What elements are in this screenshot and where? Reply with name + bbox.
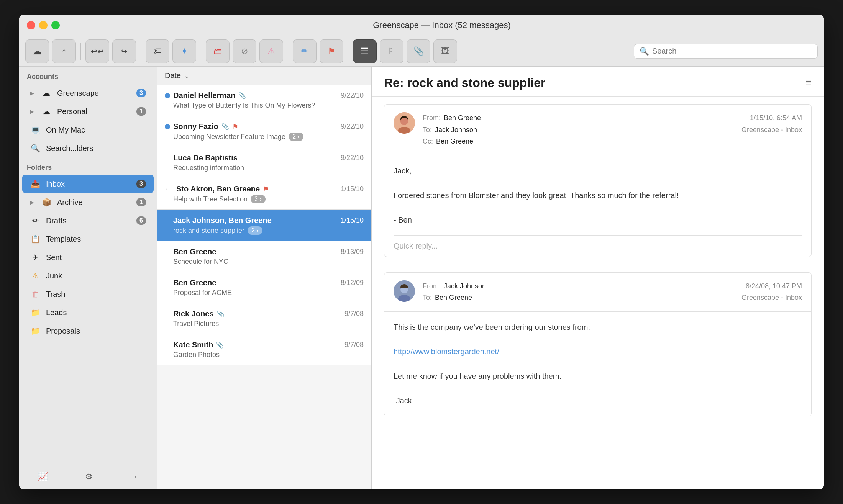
archive-button[interactable]: 🗃 [206,39,230,63]
move-button[interactable]: ✦ [172,39,196,63]
home-button[interactable]: ⌂ [52,39,76,63]
sort-label: Date [165,71,181,80]
search-box[interactable]: 🔍 [634,44,818,59]
block-button[interactable]: ⊘ [233,39,256,63]
flag-view-button[interactable]: ⚐ [380,39,403,63]
email-item[interactable]: ← Sto Akron, Ben Greene ⚑ 1/15/10 Help w… [157,178,371,210]
sidebar-item-personal[interactable]: ▶ ☁ Personal 1 [22,102,154,121]
archive-icon: 🗃 [213,46,222,56]
forward-button[interactable]: ↪ [112,39,136,63]
personal-badge: 1 [136,107,146,116]
home-icon: ⌂ [61,46,67,57]
compose-icon: ✏ [301,46,308,56]
email-item[interactable]: Ben Greene 8/13/09 Schedule for NYC [157,241,371,272]
reply-all-button[interactable]: ↩↩ [85,39,109,63]
separator-3 [201,43,201,60]
upload-icon: ☁ [33,46,42,57]
drafts-icon: ✏ [30,215,41,226]
sidebar-item-greenscape[interactable]: ▶ ☁ Greenscape 3 [22,84,154,102]
sidebar-item-junk[interactable]: ⚠ Junk [22,267,154,285]
junk-icon: ⚠ [30,270,41,281]
search-folders-icon: 🔍 [30,143,41,154]
sidebar-item-sent[interactable]: ✈ Sent [22,248,154,267]
sign-out-button[interactable]: → [127,469,141,485]
personal-label: Personal [57,107,131,116]
sidebar-item-trash[interactable]: 🗑 Trash [22,285,154,303]
attachment-icon: 📎 [221,123,229,130]
minimize-button[interactable] [39,21,48,29]
attach-view-button[interactable]: 📎 [407,39,430,63]
sidebar-item-leads[interactable]: 📁 Leads [22,303,154,322]
svg-point-4 [400,118,408,125]
message-date: 1/15/10, 6:54 AM [741,112,802,124]
email-date: 9/22/10 [341,123,364,131]
attachment-icon: 📎 [216,341,224,349]
flag-icon: ⚑ [232,123,238,131]
email-item[interactable]: Ben Greene 8/12/09 Proposal for ACME [157,272,371,303]
warn-icon: ⚠ [267,46,275,56]
warn-button[interactable]: ⚠ [259,39,283,63]
email-items: Daniel Hellerman 📎 9/22/10 What Type of … [157,85,371,489]
sidebar-item-on-my-mac[interactable]: 💻 On My Mac [22,121,154,139]
message-meta: From:Ben Greene To:Jack Johnson Cc:Ben G… [423,112,802,147]
folders-label: Folders [19,157,157,175]
email-item[interactable]: Daniel Hellerman 📎 9/22/10 What Type of … [157,85,371,116]
email-item[interactable]: Rick Jones 📎 9/7/08 Travel Pictures [157,303,371,334]
sidebar-item-templates[interactable]: 📋 Templates [22,230,154,248]
email-date: 8/13/09 [341,248,364,256]
search-input[interactable] [652,47,812,56]
sidebar-item-proposals[interactable]: 📁 Proposals [22,322,154,340]
email-subject: Upcoming Newsletter Feature Image [173,133,285,141]
email-sender: Ben Greene [173,247,216,256]
sidebar-item-archive[interactable]: ▶ 📦 Archive 1 [22,193,154,211]
drafts-label: Drafts [46,216,131,225]
detail-menu-button[interactable]: ≡ [805,77,812,89]
sidebar-item-drafts[interactable]: ✏ Drafts 6 [22,211,154,230]
close-button[interactable] [27,21,35,29]
leads-icon: 📁 [30,307,41,318]
image-view-button[interactable]: 🖼 [433,39,457,63]
avatar [394,280,415,302]
trash-label: Trash [46,290,146,299]
avatar [394,112,415,134]
email-item[interactable]: Luca De Baptistis 9/22/10 Requesting inf… [157,147,371,178]
list-view-button[interactable]: ☰ [353,39,377,63]
email-sender: Sto Akron, Ben Greene [176,185,260,193]
sort-chevron-icon[interactable]: ⌄ [184,72,190,80]
on-my-mac-label: On My Mac [46,126,146,134]
thread-badge: 2 › [289,133,303,141]
sidebar-item-inbox[interactable]: 📥 Inbox 3 [22,175,154,193]
quick-reply[interactable]: Quick reply... [384,236,811,257]
personal-icon: ☁ [41,106,52,117]
flag-button[interactable]: ⚑ [320,39,343,63]
toolbar: ☁ ⌂ ↩↩ ↪ 🏷 ✦ 🗃 ⊘ ⚠ ✏ [19,36,824,67]
activity-button[interactable]: 📈 [34,469,51,485]
attachment-icon: 📎 [217,310,225,317]
inbox-label: Inbox [46,180,131,188]
search-icon: 🔍 [640,47,649,56]
move-icon: ✦ [181,46,188,56]
email-sender: Sonny Fazio [173,122,218,131]
email-item-selected[interactable]: Jack Johnson, Ben Greene 1/15/10 rock an… [157,210,371,241]
sidebar: Accounts ▶ ☁ Greenscape 3 ▶ ☁ Personal 1… [19,67,157,489]
blomster-link[interactable]: http://www.blomstergarden.net/ [394,347,499,356]
titlebar: Greenscape — Inbox (52 messages) [19,15,824,36]
email-sender: Rick Jones [173,309,214,318]
compose-button[interactable]: ✏ [293,39,317,63]
email-item[interactable]: Sonny Fazio 📎 ⚑ 9/22/10 Upcoming Newslet… [157,116,371,147]
maximize-button[interactable] [51,21,60,29]
reply-all-icon: ↩↩ [91,47,104,56]
upload-button[interactable]: ☁ [25,39,49,63]
message-header: From:Ben Greene To:Jack Johnson Cc:Ben G… [384,105,811,155]
image-view-icon: 🖼 [441,46,449,56]
sidebar-item-search-folders[interactable]: 🔍 Search...lders [22,139,154,157]
email-sender: Jack Johnson, Ben Greene [173,216,272,225]
email-item[interactable]: Kate Smith 📎 9/7/08 Garden Photos [157,334,371,365]
settings-button[interactable]: ⚙ [82,469,96,485]
tag-button[interactable]: 🏷 [146,39,169,63]
email-date: 9/22/10 [341,154,364,162]
email-date: 9/7/08 [344,310,364,318]
attach-view-icon: 📎 [413,46,424,56]
email-subject: Requesting information [173,164,364,172]
accounts-label: Accounts [19,67,157,84]
